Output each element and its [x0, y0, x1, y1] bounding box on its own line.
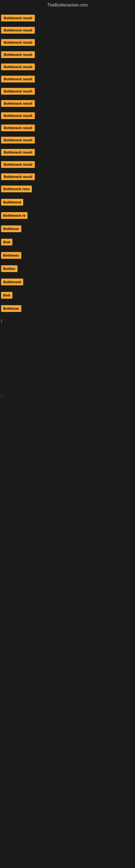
bottleneck-row-15: Bottleneck resu: [0, 183, 135, 196]
bottleneck-row-19: Bott: [0, 236, 135, 249]
bottleneck-badge-20[interactable]: Bottlenec: [1, 252, 21, 259]
bottleneck-row-10: Bottleneck result: [0, 122, 135, 134]
bottleneck-row-2: Bottleneck result: [0, 24, 135, 36]
bottleneck-row-7: Bottleneck result: [0, 85, 135, 97]
bottleneck-row-21: Bottlen: [0, 262, 135, 276]
bottleneck-badge-14[interactable]: Bottleneck result: [1, 173, 35, 180]
bottleneck-row-1: Bottleneck result: [0, 12, 135, 24]
bottleneck-row-12: Bottleneck result: [0, 146, 135, 158]
bottleneck-row-4: Bottleneck result: [0, 49, 135, 61]
bottleneck-row-20: Bottlenec: [0, 249, 135, 262]
bottleneck-badge-1[interactable]: Bottleneck result: [1, 14, 35, 22]
bottleneck-badge-8[interactable]: Bottleneck result: [1, 100, 35, 107]
empty-space-1: [0, 324, 135, 392]
bottleneck-row-18: Bottlenec: [0, 223, 135, 236]
small-label: c: [1, 394, 3, 397]
bottleneck-badge-18[interactable]: Bottlenec: [1, 225, 21, 232]
bottleneck-row-11: Bottleneck result: [0, 134, 135, 146]
bottleneck-badge-11[interactable]: Bottleneck result: [1, 137, 35, 144]
bottleneck-badge-16[interactable]: Bottleneck: [1, 199, 23, 206]
bottleneck-badge-22[interactable]: Bottleneck: [1, 279, 23, 285]
bottleneck-row-22: Bottleneck: [0, 276, 135, 289]
bottleneck-badge-7[interactable]: Bottleneck result: [1, 88, 35, 95]
bottleneck-badge-12[interactable]: Bottleneck result: [1, 149, 35, 156]
bottleneck-badge-2[interactable]: Bottleneck result: [1, 27, 35, 34]
bottleneck-row-6: Bottleneck result: [0, 73, 135, 85]
bottleneck-badge-10[interactable]: Bottleneck result: [1, 124, 35, 131]
bottleneck-row-17: Bottleneck re: [0, 209, 135, 223]
bottleneck-badge-4[interactable]: Bottleneck result: [1, 51, 35, 58]
bottleneck-row-5: Bottleneck result: [0, 61, 135, 73]
bottleneck-row-16: Bottleneck: [0, 196, 135, 209]
bottleneck-row-14: Bottleneck result: [0, 170, 135, 183]
bottleneck-badge-24[interactable]: Bottlenec: [1, 305, 21, 312]
empty-space-2: [0, 399, 135, 561]
bottleneck-badge-3[interactable]: Bottleneck result: [1, 39, 35, 46]
cursor-area: |: [0, 316, 135, 324]
bottleneck-badge-5[interactable]: Bottleneck result: [1, 63, 35, 70]
bottleneck-badge-9[interactable]: Bottleneck result: [1, 112, 35, 119]
bottleneck-row-23: Bott: [0, 289, 135, 303]
bottleneck-row-24: Bottlenec: [0, 303, 135, 316]
page-container: TheBottlenecker.com Bottleneck result Bo…: [0, 0, 135, 868]
bottleneck-row-13: Bottleneck result: [0, 158, 135, 170]
bottleneck-badge-6[interactable]: Bottleneck result: [1, 76, 35, 83]
site-title: TheBottlenecker.com: [0, 0, 135, 9]
cursor-indicator: |: [1, 319, 2, 323]
bottleneck-badge-17[interactable]: Bottleneck re: [1, 212, 28, 219]
bottleneck-badge-15[interactable]: Bottleneck resu: [1, 186, 32, 192]
bottleneck-row-8: Bottleneck result: [0, 97, 135, 110]
small-indicator: c: [0, 392, 135, 399]
bottleneck-badge-21[interactable]: Bottlen: [1, 265, 17, 272]
bottleneck-badge-13[interactable]: Bottleneck result: [1, 161, 35, 168]
bottleneck-badge-19[interactable]: Bott: [1, 239, 12, 246]
bottleneck-row-9: Bottleneck result: [0, 110, 135, 122]
bottleneck-row-3: Bottleneck result: [0, 36, 135, 49]
bottleneck-badge-23[interactable]: Bott: [1, 292, 12, 299]
